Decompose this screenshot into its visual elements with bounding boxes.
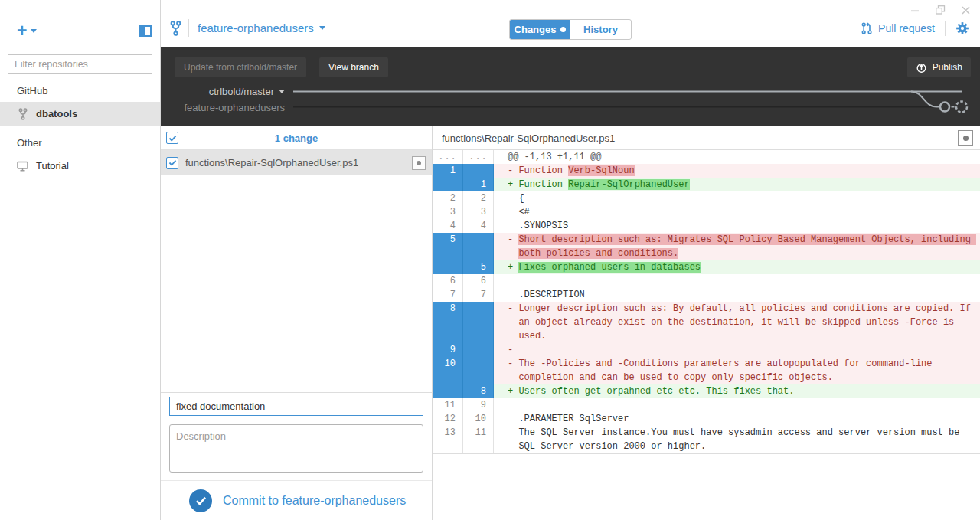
chevron-down-icon [31,29,37,33]
new-line-number[interactable]: 10 [463,412,494,426]
fork-icon [17,108,28,120]
file-checkbox[interactable] [166,157,178,169]
old-line-number[interactable] [433,260,463,274]
commit-button[interactable]: Commit to feature-orphanedusers [161,480,432,520]
diff-row: 44 .SYNOPSIS [433,219,980,233]
compare-branch-label: feature-orphanedusers [161,100,285,116]
new-line-number[interactable] [463,302,494,343]
old-line-number[interactable]: 11 [433,398,463,412]
section-label: GitHub [17,85,160,96]
new-line-number[interactable]: 9 [463,398,494,412]
old-line-number[interactable]: 8 [433,302,463,343]
monitor-icon [17,161,28,172]
old-line-number[interactable]: 3 [433,205,463,219]
chevron-down-icon [279,90,285,93]
sidebar-toggle-icon[interactable] [139,25,152,37]
commit-button-label: Commit to feature-orphanedusers [223,494,406,508]
diff-row: 22 { [433,191,980,205]
restore-icon[interactable] [936,5,946,15]
diff-row: 77 .DESCRIPTION [433,288,980,302]
new-line-number[interactable] [463,164,494,178]
diff-row: 5+ Fixes orphaned users in databases [433,260,980,274]
diff-line-text: - [494,343,980,357]
tab-changes[interactable]: Changes [510,20,570,39]
diff-row: 5- Short description such as: Migrates S… [433,233,980,260]
old-line-number[interactable] [433,384,463,398]
new-line-number[interactable] [463,357,494,384]
unpublished-commit-dot[interactable] [956,102,967,113]
compare-branch-text: feature-orphanedusers [184,102,285,113]
publish-button[interactable]: Publish [907,57,971,77]
new-line-number[interactable]: ... [463,150,494,164]
old-line-number[interactable]: 9 [433,343,463,357]
new-line-number[interactable] [463,233,494,260]
new-line-number[interactable]: 11 [463,426,494,453]
sidebar-item-tutorial[interactable]: Tutorial [0,154,160,178]
old-line-number[interactable]: 12 [433,412,463,426]
new-line-number[interactable]: 5 [463,260,494,274]
base-branch-selector[interactable]: ctrlbold/master [161,83,285,100]
diff-line-text: + Users often get orpahned etc etc. This… [494,384,980,398]
old-line-number[interactable]: ... [433,150,463,164]
update-from-master-button[interactable]: Update from ctrlbold/master [175,57,306,77]
diff-file-path: functions\Repair-SqlOrphanedUser.ps1 [442,132,958,144]
changes-dot [560,27,566,32]
commit-form: fixed documentation Commit to feature-or… [161,392,432,520]
chevron-down-icon [319,26,325,30]
old-line-number[interactable]: 6 [433,274,463,288]
header-actions: Pull request [861,21,969,36]
diff-line-text: + Fixes orphaned users in databases [494,260,980,274]
diff-pane: functions\Repair-SqlOrphanedUser.ps1 ...… [433,126,980,520]
old-line-number[interactable] [433,178,463,191]
diff-line-text: - Function Verb-SqlNoun [494,164,980,178]
new-line-number[interactable]: 4 [463,219,494,233]
pull-request-button[interactable]: Pull request [861,22,935,34]
old-line-number[interactable]: 13 [433,426,463,453]
diff-row: 119 [433,398,980,412]
modified-status-icon [958,130,973,146]
branch-toolbar: Update from ctrlbold/master View branch … [161,47,980,126]
main-area: feature-orphanedusers ChangesHistory Pul… [161,0,980,520]
minimize-icon[interactable] [911,6,920,15]
section-label: Other [17,137,160,149]
tab-label: History [583,24,618,35]
commit-summary-input[interactable]: fixed documentation [169,397,423,416]
new-line-number[interactable]: 7 [463,288,494,302]
new-line-number[interactable]: 3 [463,205,494,219]
view-branch-button[interactable]: View branch [319,57,388,77]
new-line-number[interactable]: 8 [463,384,494,398]
new-line-number[interactable]: 1 [463,178,494,191]
new-line-number[interactable]: 6 [463,274,494,288]
commit-dot[interactable] [940,103,949,112]
old-line-number[interactable]: 1 [433,164,463,178]
modified-status-icon [412,156,426,170]
commit-description-input[interactable] [169,424,423,473]
diff-line-text: .PARAMETER SqlServer [494,412,980,426]
old-line-number[interactable]: 7 [433,288,463,302]
tab-history[interactable]: History [570,20,631,39]
publish-label: Publish [933,62,962,73]
sidebar-header: + [0,0,160,47]
content-row: 1 change functions\Repair-SqlOrphanedUse… [161,126,980,520]
old-line-number[interactable]: 10 [433,357,463,384]
new-line-number[interactable]: 2 [463,191,494,205]
branch-dropdown[interactable]: feature-orphanedusers [198,21,325,34]
diff-line-text: @@ -1,13 +1,11 @@ [494,150,980,164]
diff-line-text: The SQL Server instance.You must have sy… [494,426,980,453]
diff-row: 1210 .PARAMETER SqlServer [433,412,980,426]
close-icon[interactable] [962,6,970,15]
old-line-number[interactable]: 4 [433,219,463,233]
repo-item-label: Tutorial [36,160,69,172]
diff-line-text: .DESCRIPTION [494,288,980,302]
diff-line-text: <# [494,205,980,219]
filter-repositories-input[interactable] [8,54,152,74]
settings-button[interactable] [956,21,969,35]
sidebar-item-dbatools[interactable]: dbatools [0,102,160,126]
toolbar-buttons: Update from ctrlbold/master View branch [175,57,388,77]
old-line-number[interactable]: 5 [433,233,463,260]
file-row[interactable]: functions\Repair-SqlOrphanedUser.ps1 [161,150,432,175]
new-line-number[interactable] [463,343,494,357]
old-line-number[interactable]: 2 [433,191,463,205]
add-repository-button[interactable]: + [17,24,37,38]
diff-body: ......@@ -1,13 +1,11 @@1- Function Verb-… [433,150,980,454]
